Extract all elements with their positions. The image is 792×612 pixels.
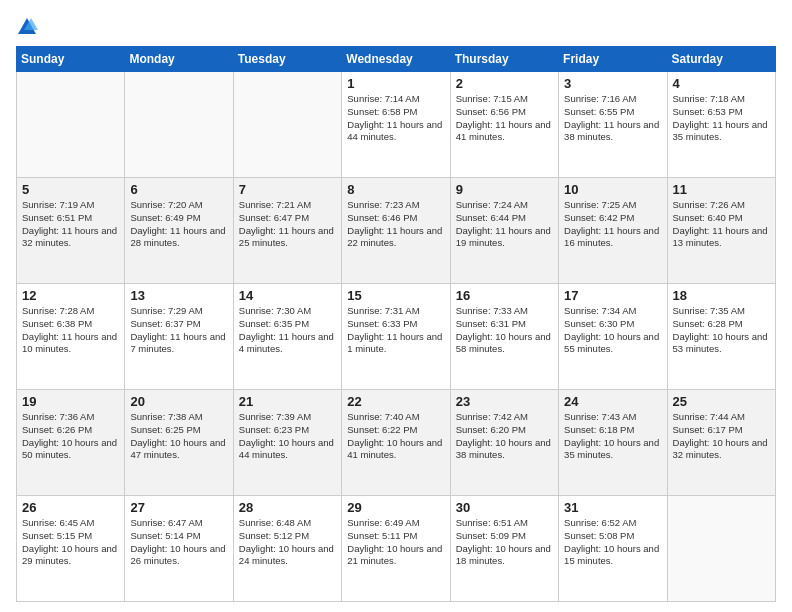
logo	[16, 16, 40, 38]
cell-content: Sunrise: 7:21 AM Sunset: 6:47 PM Dayligh…	[239, 199, 336, 250]
day-number: 18	[673, 288, 770, 303]
cell-content: Sunrise: 7:42 AM Sunset: 6:20 PM Dayligh…	[456, 411, 553, 462]
calendar-cell-1-2	[125, 72, 233, 178]
cell-content: Sunrise: 6:52 AM Sunset: 5:08 PM Dayligh…	[564, 517, 661, 568]
day-number: 29	[347, 500, 444, 515]
day-number: 7	[239, 182, 336, 197]
calendar-table: SundayMondayTuesdayWednesdayThursdayFrid…	[16, 46, 776, 602]
calendar-header-saturday: Saturday	[667, 47, 775, 72]
cell-content: Sunrise: 7:25 AM Sunset: 6:42 PM Dayligh…	[564, 199, 661, 250]
day-number: 3	[564, 76, 661, 91]
day-number: 13	[130, 288, 227, 303]
calendar-cell-2-1: 5Sunrise: 7:19 AM Sunset: 6:51 PM Daylig…	[17, 178, 125, 284]
day-number: 1	[347, 76, 444, 91]
cell-content: Sunrise: 7:28 AM Sunset: 6:38 PM Dayligh…	[22, 305, 119, 356]
cell-content: Sunrise: 7:31 AM Sunset: 6:33 PM Dayligh…	[347, 305, 444, 356]
calendar-cell-5-1: 26Sunrise: 6:45 AM Sunset: 5:15 PM Dayli…	[17, 496, 125, 602]
day-number: 25	[673, 394, 770, 409]
calendar-cell-3-3: 14Sunrise: 7:30 AM Sunset: 6:35 PM Dayli…	[233, 284, 341, 390]
day-number: 28	[239, 500, 336, 515]
day-number: 14	[239, 288, 336, 303]
cell-content: Sunrise: 6:51 AM Sunset: 5:09 PM Dayligh…	[456, 517, 553, 568]
day-number: 4	[673, 76, 770, 91]
day-number: 10	[564, 182, 661, 197]
day-number: 12	[22, 288, 119, 303]
calendar-cell-1-3	[233, 72, 341, 178]
calendar-week-2: 5Sunrise: 7:19 AM Sunset: 6:51 PM Daylig…	[17, 178, 776, 284]
calendar-cell-3-4: 15Sunrise: 7:31 AM Sunset: 6:33 PM Dayli…	[342, 284, 450, 390]
calendar-cell-1-4: 1Sunrise: 7:14 AM Sunset: 6:58 PM Daylig…	[342, 72, 450, 178]
calendar-cell-3-2: 13Sunrise: 7:29 AM Sunset: 6:37 PM Dayli…	[125, 284, 233, 390]
cell-content: Sunrise: 7:19 AM Sunset: 6:51 PM Dayligh…	[22, 199, 119, 250]
calendar-header-monday: Monday	[125, 47, 233, 72]
calendar-cell-1-1	[17, 72, 125, 178]
calendar-cell-1-7: 4Sunrise: 7:18 AM Sunset: 6:53 PM Daylig…	[667, 72, 775, 178]
cell-content: Sunrise: 7:33 AM Sunset: 6:31 PM Dayligh…	[456, 305, 553, 356]
cell-content: Sunrise: 7:29 AM Sunset: 6:37 PM Dayligh…	[130, 305, 227, 356]
calendar-header-tuesday: Tuesday	[233, 47, 341, 72]
calendar-cell-5-7	[667, 496, 775, 602]
cell-content: Sunrise: 7:34 AM Sunset: 6:30 PM Dayligh…	[564, 305, 661, 356]
calendar-cell-4-4: 22Sunrise: 7:40 AM Sunset: 6:22 PM Dayli…	[342, 390, 450, 496]
calendar-cell-4-2: 20Sunrise: 7:38 AM Sunset: 6:25 PM Dayli…	[125, 390, 233, 496]
calendar-cell-3-6: 17Sunrise: 7:34 AM Sunset: 6:30 PM Dayli…	[559, 284, 667, 390]
cell-content: Sunrise: 6:49 AM Sunset: 5:11 PM Dayligh…	[347, 517, 444, 568]
calendar-header-wednesday: Wednesday	[342, 47, 450, 72]
day-number: 21	[239, 394, 336, 409]
day-number: 9	[456, 182, 553, 197]
calendar-cell-4-5: 23Sunrise: 7:42 AM Sunset: 6:20 PM Dayli…	[450, 390, 558, 496]
cell-content: Sunrise: 7:24 AM Sunset: 6:44 PM Dayligh…	[456, 199, 553, 250]
cell-content: Sunrise: 7:30 AM Sunset: 6:35 PM Dayligh…	[239, 305, 336, 356]
calendar-week-3: 12Sunrise: 7:28 AM Sunset: 6:38 PM Dayli…	[17, 284, 776, 390]
day-number: 31	[564, 500, 661, 515]
day-number: 30	[456, 500, 553, 515]
day-number: 27	[130, 500, 227, 515]
calendar-cell-5-3: 28Sunrise: 6:48 AM Sunset: 5:12 PM Dayli…	[233, 496, 341, 602]
calendar-cell-2-3: 7Sunrise: 7:21 AM Sunset: 6:47 PM Daylig…	[233, 178, 341, 284]
day-number: 2	[456, 76, 553, 91]
calendar-cell-5-6: 31Sunrise: 6:52 AM Sunset: 5:08 PM Dayli…	[559, 496, 667, 602]
cell-content: Sunrise: 7:36 AM Sunset: 6:26 PM Dayligh…	[22, 411, 119, 462]
day-number: 11	[673, 182, 770, 197]
day-number: 20	[130, 394, 227, 409]
calendar-week-1: 1Sunrise: 7:14 AM Sunset: 6:58 PM Daylig…	[17, 72, 776, 178]
day-number: 26	[22, 500, 119, 515]
day-number: 23	[456, 394, 553, 409]
day-number: 15	[347, 288, 444, 303]
calendar-cell-2-5: 9Sunrise: 7:24 AM Sunset: 6:44 PM Daylig…	[450, 178, 558, 284]
cell-content: Sunrise: 7:14 AM Sunset: 6:58 PM Dayligh…	[347, 93, 444, 144]
calendar-header-thursday: Thursday	[450, 47, 558, 72]
page: SundayMondayTuesdayWednesdayThursdayFrid…	[0, 0, 792, 612]
day-number: 17	[564, 288, 661, 303]
calendar-cell-4-7: 25Sunrise: 7:44 AM Sunset: 6:17 PM Dayli…	[667, 390, 775, 496]
cell-content: Sunrise: 7:40 AM Sunset: 6:22 PM Dayligh…	[347, 411, 444, 462]
calendar-cell-2-6: 10Sunrise: 7:25 AM Sunset: 6:42 PM Dayli…	[559, 178, 667, 284]
cell-content: Sunrise: 7:18 AM Sunset: 6:53 PM Dayligh…	[673, 93, 770, 144]
cell-content: Sunrise: 7:16 AM Sunset: 6:55 PM Dayligh…	[564, 93, 661, 144]
calendar-cell-2-4: 8Sunrise: 7:23 AM Sunset: 6:46 PM Daylig…	[342, 178, 450, 284]
calendar-cell-5-4: 29Sunrise: 6:49 AM Sunset: 5:11 PM Dayli…	[342, 496, 450, 602]
calendar-header-sunday: Sunday	[17, 47, 125, 72]
cell-content: Sunrise: 6:47 AM Sunset: 5:14 PM Dayligh…	[130, 517, 227, 568]
cell-content: Sunrise: 7:26 AM Sunset: 6:40 PM Dayligh…	[673, 199, 770, 250]
day-number: 24	[564, 394, 661, 409]
day-number: 22	[347, 394, 444, 409]
day-number: 16	[456, 288, 553, 303]
calendar-header-friday: Friday	[559, 47, 667, 72]
day-number: 6	[130, 182, 227, 197]
calendar-week-5: 26Sunrise: 6:45 AM Sunset: 5:15 PM Dayli…	[17, 496, 776, 602]
cell-content: Sunrise: 7:35 AM Sunset: 6:28 PM Dayligh…	[673, 305, 770, 356]
calendar-cell-2-7: 11Sunrise: 7:26 AM Sunset: 6:40 PM Dayli…	[667, 178, 775, 284]
calendar-cell-3-1: 12Sunrise: 7:28 AM Sunset: 6:38 PM Dayli…	[17, 284, 125, 390]
header	[16, 16, 776, 38]
calendar-cell-4-1: 19Sunrise: 7:36 AM Sunset: 6:26 PM Dayli…	[17, 390, 125, 496]
calendar-cell-4-6: 24Sunrise: 7:43 AM Sunset: 6:18 PM Dayli…	[559, 390, 667, 496]
calendar-cell-1-6: 3Sunrise: 7:16 AM Sunset: 6:55 PM Daylig…	[559, 72, 667, 178]
cell-content: Sunrise: 7:43 AM Sunset: 6:18 PM Dayligh…	[564, 411, 661, 462]
calendar-cell-2-2: 6Sunrise: 7:20 AM Sunset: 6:49 PM Daylig…	[125, 178, 233, 284]
calendar-cell-1-5: 2Sunrise: 7:15 AM Sunset: 6:56 PM Daylig…	[450, 72, 558, 178]
calendar-cell-3-7: 18Sunrise: 7:35 AM Sunset: 6:28 PM Dayli…	[667, 284, 775, 390]
cell-content: Sunrise: 6:45 AM Sunset: 5:15 PM Dayligh…	[22, 517, 119, 568]
calendar-cell-3-5: 16Sunrise: 7:33 AM Sunset: 6:31 PM Dayli…	[450, 284, 558, 390]
calendar-cell-5-2: 27Sunrise: 6:47 AM Sunset: 5:14 PM Dayli…	[125, 496, 233, 602]
